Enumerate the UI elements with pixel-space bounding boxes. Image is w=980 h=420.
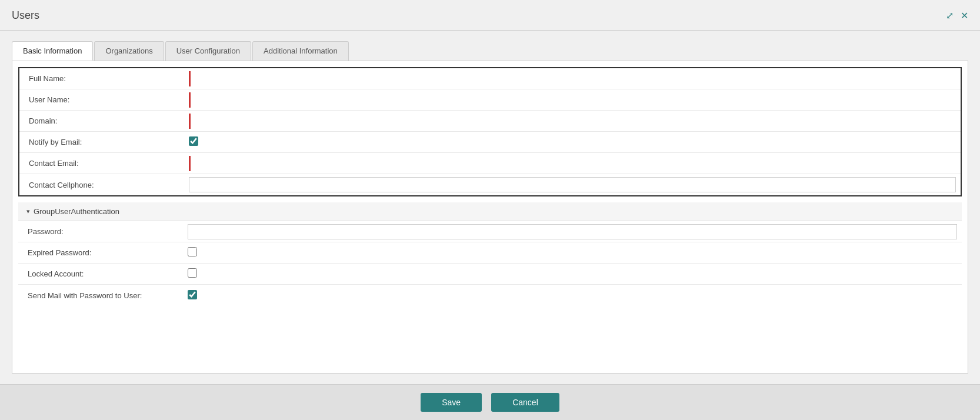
form-row-send-mail: Send Mail with Password to User: (18, 285, 962, 306)
form-row-notify-email: Notify by Email: (19, 132, 961, 153)
field-domain (184, 111, 961, 131)
save-button[interactable]: Save (421, 393, 482, 412)
group-auth-title: GroupUserAuthentication (34, 207, 119, 216)
label-expired-password: Expired Password: (18, 244, 183, 262)
form-row-password: Password: (18, 221, 962, 242)
field-contact-cellphone (184, 175, 961, 195)
checkbox-expired-password[interactable] (188, 247, 197, 256)
field-password (183, 222, 962, 242)
tabs-container: Basic Information Organizations User Con… (12, 41, 968, 61)
checkbox-locked-account[interactable] (188, 268, 197, 278)
label-contact-email: Contact Email: (19, 154, 184, 172)
label-username: User Name: (19, 91, 184, 109)
users-window: Users ⤢ ✕ Basic Information Organization… (0, 0, 980, 420)
input-contact-email[interactable] (189, 156, 956, 171)
tab-content: Full Name: User Name: Domain: (12, 61, 968, 374)
form-row-fullname: Full Name: (19, 68, 961, 89)
field-send-mail (183, 288, 962, 304)
cancel-button[interactable]: Cancel (491, 393, 559, 412)
tab-organizations[interactable]: Organizations (94, 41, 164, 61)
window-header: Users ⤢ ✕ (0, 0, 980, 31)
input-contact-cellphone[interactable] (189, 177, 956, 192)
label-fullname: Full Name: (19, 69, 184, 88)
chevron-down-icon: ▾ (26, 208, 30, 215)
window-body: Basic Information Organizations User Con… (0, 31, 980, 384)
close-icon[interactable]: ✕ (961, 10, 968, 21)
checkbox-send-mail[interactable] (188, 290, 197, 299)
field-locked-account (183, 266, 962, 282)
form-row-domain: Domain: (19, 111, 961, 132)
field-fullname (184, 69, 961, 89)
label-password: Password: (18, 222, 183, 241)
input-password[interactable] (188, 224, 957, 239)
label-contact-cellphone: Contact Cellphone: (19, 176, 184, 194)
tab-basic-information[interactable]: Basic Information (12, 41, 93, 61)
form-row-contact-cellphone: Contact Cellphone: (19, 174, 961, 195)
form-row-expired-password: Expired Password: (18, 242, 962, 264)
field-expired-password (183, 245, 962, 261)
label-send-mail: Send Mail with Password to User: (18, 286, 183, 305)
expand-icon[interactable]: ⤢ (946, 10, 954, 21)
window-footer: Save Cancel (0, 384, 980, 420)
group-auth-header[interactable]: ▾ GroupUserAuthentication (18, 202, 962, 221)
window-title: Users (12, 9, 39, 30)
field-contact-email (184, 154, 961, 174)
label-notify-email: Notify by Email: (19, 133, 184, 151)
input-username[interactable] (189, 92, 956, 108)
window-controls: ⤢ ✕ (946, 10, 968, 29)
tab-additional-information[interactable]: Additional Information (252, 41, 349, 61)
label-domain: Domain: (19, 112, 184, 130)
checkbox-notify-email[interactable] (189, 136, 198, 146)
input-fullname[interactable] (189, 71, 956, 86)
form-row-contact-email: Contact Email: (19, 153, 961, 174)
form-row-username: User Name: (19, 89, 961, 111)
form-row-locked-account: Locked Account: (18, 264, 962, 285)
group-auth-section: ▾ GroupUserAuthentication Password: Expi… (18, 202, 962, 306)
field-username (184, 90, 961, 110)
label-locked-account: Locked Account: (18, 265, 183, 283)
basic-info-section: Full Name: User Name: Domain: (18, 67, 962, 196)
input-domain[interactable] (189, 114, 956, 129)
field-notify-email (184, 134, 961, 150)
tab-user-configuration[interactable]: User Configuration (165, 41, 251, 61)
